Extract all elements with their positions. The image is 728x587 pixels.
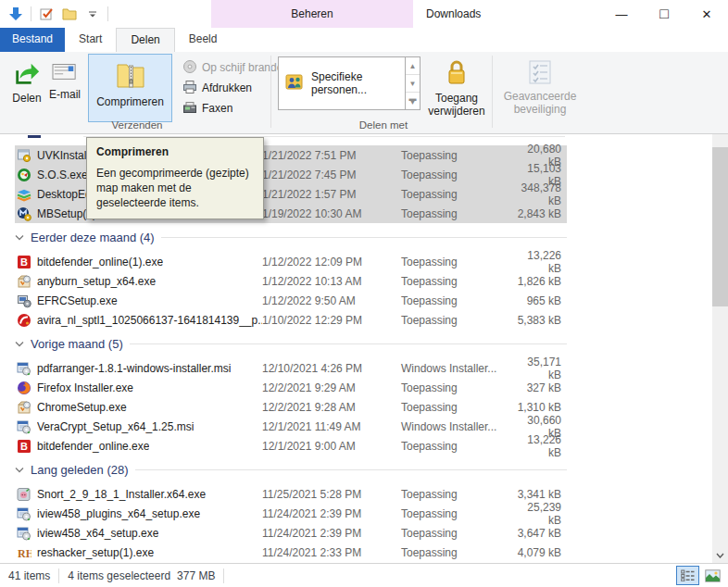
status-bar: 41 items 4 items geselecteerd 377 MB: [0, 563, 728, 587]
window-download-arrow-icon: [7, 6, 24, 22]
file-size: 4,079 kB: [511, 546, 567, 559]
file-row[interactable]: Firefox Installer.exe12/2/2021 9:29 AMTo…: [15, 378, 567, 397]
compress-button[interactable]: Comprimeren: [88, 54, 172, 122]
ribbon-separator: [492, 56, 493, 128]
qat-dropdown-chevron-icon[interactable]: [84, 6, 101, 22]
window-title: Downloads: [426, 0, 481, 28]
qat-separator: [31, 6, 31, 21]
compress-button-label: Comprimeren: [96, 96, 164, 109]
details-view-icon[interactable]: [676, 566, 699, 585]
file-date: 12/1/2021 11:49 AM: [262, 420, 401, 433]
file-row[interactable]: anyburn_setup_x64.exe1/12/2022 10:13 AMT…: [15, 271, 567, 291]
file-date: 1/10/2022 12:29 PM: [262, 314, 401, 327]
group-header[interactable]: Vorige maand (5): [15, 330, 567, 358]
print-button[interactable]: Afdrukken: [179, 78, 293, 98]
security-checklist-icon: [527, 59, 553, 88]
contextual-header-label: Beheren: [291, 7, 333, 20]
file-name: Snort_2_9_18_1_Installer.x64.exe: [37, 488, 206, 501]
burn-disc-button: Op schijf branden: [179, 57, 293, 78]
svg-text:RH: RH: [18, 546, 31, 559]
file-date: 11/25/2021 5:28 PM: [262, 488, 401, 501]
file-type: Toepassing: [401, 275, 511, 288]
share-with-gallery-label: Specifieke personen...: [311, 70, 405, 96]
window-controls: — □ ✕: [600, 0, 728, 28]
file-row[interactable]: EFRCSetup.exe1/12/2022 9:50 AMToepassing…: [15, 291, 567, 310]
file-row[interactable]: ChromeSetup.exe12/2/2021 9:28 AMToepassi…: [15, 397, 567, 417]
file-size: 35,171 kB: [511, 356, 567, 381]
qat-properties-icon[interactable]: [38, 6, 55, 22]
file-name: bitdefender_online(1).exe: [37, 256, 163, 269]
tab-bestand[interactable]: Bestand: [0, 28, 65, 52]
burn-disc-label: Op schijf branden: [202, 61, 289, 74]
file-size: 2,843 kB: [511, 207, 567, 220]
file-size: 13,226 kB: [511, 249, 567, 275]
maximize-button[interactable]: □: [643, 0, 685, 28]
fax-button[interactable]: Faxen: [179, 98, 293, 119]
chevron-down-icon[interactable]: [15, 467, 24, 473]
file-name: pdfarranger-1.8.1-windows-installer.msi: [37, 362, 231, 375]
file-size: 13,226 kB: [511, 433, 567, 459]
file-type: Toepassing: [401, 381, 511, 394]
msi-icon: [17, 526, 31, 541]
file-size: 348,378 kB: [511, 181, 567, 207]
title-bar: Beheren Downloads — □ ✕: [0, 0, 728, 28]
svg-text:B: B: [20, 441, 28, 452]
file-name: DesktopEd: [37, 188, 92, 201]
file-row[interactable]: VeraCrypt_Setup_x64_1.25.msi12/1/2021 11…: [15, 417, 567, 436]
file-date: 12/2/2021 9:28 AM: [262, 401, 401, 414]
file-date: 1/21/2022 1:57 PM: [262, 188, 401, 201]
fax-icon: [182, 100, 197, 118]
file-row[interactable]: avira_nl_sptl1_1025066137-1641814139__p.…: [15, 310, 567, 330]
qat-new-folder-icon[interactable]: [61, 6, 78, 22]
remove-access-button[interactable]: Toegang verwijderen: [422, 55, 491, 119]
chevron-down-icon[interactable]: [15, 234, 24, 241]
tab-delen[interactable]: Delen: [116, 28, 174, 52]
file-date: 1/12/2022 10:13 AM: [262, 275, 401, 288]
file-type: Toepassing: [401, 507, 511, 520]
share-button[interactable]: Delen: [7, 55, 46, 106]
file-size: 25,239 kB: [511, 501, 567, 527]
file-row[interactable]: iview458_plugins_x64_setup.exe11/24/2021…: [15, 504, 567, 523]
advanced-security-label: Geavanceerde beveiliging: [496, 91, 584, 117]
file-date: 11/24/2021 2:39 PM: [262, 507, 401, 520]
gallery-more-icon[interactable]: ▬▼: [406, 93, 420, 109]
tab-beeld[interactable]: Beeld: [175, 28, 232, 52]
file-name: Firefox Installer.exe: [37, 381, 133, 394]
group-header[interactable]: Lang geleden (28): [15, 456, 567, 484]
group-header[interactable]: Eerder deze maand (4): [15, 223, 567, 252]
view-switcher: [676, 566, 724, 585]
zip-folder-icon: [115, 59, 146, 94]
gallery-down-icon[interactable]: ▼: [406, 75, 420, 93]
scrollbar-thumb[interactable]: [712, 147, 728, 306]
file-row[interactable]: Bbitdefender_online(1).exe1/12/2022 12:0…: [15, 252, 567, 271]
gallery-up-icon[interactable]: ▲: [406, 57, 420, 75]
minimize-button[interactable]: —: [600, 0, 643, 28]
tab-start[interactable]: Start: [65, 28, 116, 52]
share-with-gallery[interactable]: Specifieke personen...: [278, 56, 406, 110]
lock-icon: [444, 59, 470, 90]
file-date: 1/12/2022 9:50 AM: [262, 294, 401, 307]
explorer-window: Beheren Downloads — □ ✕ Bestand Start De…: [0, 0, 728, 587]
scrollbar-down-icon[interactable]: [712, 547, 728, 563]
close-button[interactable]: ✕: [685, 0, 728, 28]
file-name: bitdefender_online.exe: [37, 440, 149, 453]
thumbnails-view-icon[interactable]: [701, 566, 724, 585]
bitdefender-icon: B: [17, 439, 31, 454]
file-row[interactable]: pdfarranger-1.8.1-windows-installer.msi1…: [15, 358, 567, 378]
file-size: 327 kB: [511, 381, 567, 394]
bitdefender-icon: B: [17, 255, 31, 269]
file-row[interactable]: Bbitdefender_online.exe12/1/2021 9:00 AM…: [15, 436, 567, 456]
email-button[interactable]: E-mail: [48, 55, 82, 102]
share-button-label: Delen: [12, 93, 41, 106]
file-row[interactable]: Snort_2_9_18_1_Installer.x64.exe11/25/20…: [15, 484, 567, 504]
file-type: Toepassing: [401, 188, 511, 201]
chevron-down-icon[interactable]: [15, 341, 24, 347]
file-name: ChromeSetup.exe: [37, 401, 127, 414]
tooltip-body: Een gecomprimeerde (gezipte) map maken m…: [96, 167, 254, 210]
file-row[interactable]: RHreshacker_setup(1).exe11/24/2021 2:33 …: [15, 543, 567, 562]
file-type: Windows Installer...: [401, 362, 511, 375]
vertical-scrollbar[interactable]: [712, 134, 728, 563]
reshacker-icon: RH: [17, 545, 31, 560]
file-row[interactable]: iview458_x64_setup.exe11/24/2021 2:39 PM…: [15, 523, 567, 543]
file-name: EFRCSetup.exe: [37, 294, 118, 307]
